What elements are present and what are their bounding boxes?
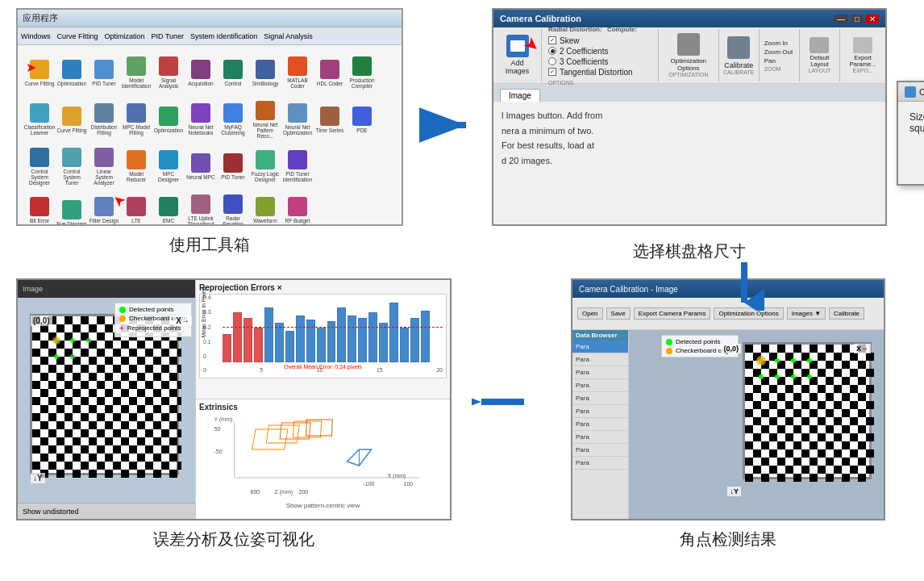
matlab-icon-item[interactable]: PDE: [347, 97, 377, 142]
bar-item[interactable]: [243, 318, 252, 362]
bar-item[interactable]: [285, 331, 294, 362]
matlab-icon-item[interactable]: Fuzzy Logic Designer: [250, 144, 281, 189]
sidebar-item-para-10[interactable]: Para: [572, 457, 628, 470]
bar-item[interactable]: [233, 312, 242, 362]
calib-minimize-btn[interactable]: —: [834, 15, 848, 23]
sidebar-item-para-3[interactable]: Para: [572, 366, 628, 379]
zoom-in-label[interactable]: Zoom In: [764, 40, 794, 47]
images-dropdown-btn[interactable]: Images ▼: [787, 307, 826, 320]
bar-item[interactable]: [275, 323, 284, 362]
sidebar-item-para-5[interactable]: Para: [572, 392, 628, 405]
calibrate-btn-corner[interactable]: Calibrate: [829, 307, 864, 320]
matlab-icon-item[interactable]: Neural Net Pattern Reco...: [250, 97, 281, 142]
export-camera-btn[interactable]: Export Camera Params: [634, 307, 711, 320]
bar-item[interactable]: [264, 307, 273, 362]
pan-label[interactable]: Pan: [764, 57, 794, 65]
matlab-icon-item[interactable]: Neural MPC: [185, 144, 216, 189]
sidebar-item-para-8[interactable]: Para: [572, 431, 628, 444]
coord-y-label: ↓Y: [31, 473, 45, 483]
default-layout-label[interactable]: Default Layout: [805, 55, 835, 69]
sidebar-item-para-1[interactable]: Para: [572, 341, 628, 353]
show-undistorted-btn[interactable]: Show undistorted: [18, 503, 195, 519]
bar-item[interactable]: [337, 307, 346, 362]
matlab-icon-item[interactable]: Radar Equation Calculator: [218, 190, 248, 226]
matlab-icon-item[interactable]: Bit Error Rate: [24, 190, 55, 226]
bar-item[interactable]: [389, 303, 398, 362]
calib-close-btn[interactable]: ✕: [866, 15, 879, 23]
optimization-label[interactable]: Optimization Options: [665, 58, 712, 73]
bar-item[interactable]: [368, 312, 377, 362]
bar-item[interactable]: [254, 328, 263, 362]
matlab-icon-item[interactable]: PID Tuner: [89, 50, 119, 95]
bar-item[interactable]: [379, 323, 388, 362]
matlab-icon-item[interactable]: MPC Model Fitting: [121, 97, 152, 142]
bar-item[interactable]: [317, 328, 326, 362]
matlab-icon-item[interactable]: MPC Designer: [153, 144, 184, 189]
bar-item[interactable]: [400, 328, 409, 362]
export-label[interactable]: Export Parame...: [845, 55, 880, 69]
matlab-icon-item[interactable]: Control: [218, 50, 248, 95]
matlab-icon-item[interactable]: Control System Designer: [24, 144, 55, 189]
sidebar-item-para-9[interactable]: Para: [572, 444, 628, 457]
top-row: 应用程序 Windows Curve Fitting Optimization …: [0, 0, 924, 274]
matlab-icon-item[interactable]: Acquisition: [185, 50, 216, 95]
calibrate-label[interactable]: Calibrate: [724, 61, 753, 69]
two-coeff-radio[interactable]: [548, 47, 556, 55]
zoom-out-label[interactable]: Zoom Out: [764, 48, 794, 56]
matlab-icon-item[interactable]: EMC Generator: [153, 190, 184, 226]
matlab-icon-item[interactable]: LTE Downlink: [121, 190, 152, 226]
matlab-icon-item[interactable]: PID Tuner Identification: [282, 144, 313, 189]
bar-item[interactable]: [348, 316, 356, 362]
matlab-icon-item[interactable]: Filter Design & Analysis: [89, 190, 119, 226]
matlab-icon-item[interactable]: Distribution Fitting: [89, 97, 119, 142]
matlab-icon-item[interactable]: LTE Uplink Throughout A...: [185, 190, 216, 226]
matlab-icon-item[interactable]: HDL Coder: [314, 50, 345, 95]
matlab-icon-item[interactable]: Neural Net Notebooks: [185, 97, 216, 142]
matlab-icon-item[interactable]: MyFAQ Clustering: [218, 97, 248, 142]
matlab-icon-item[interactable]: PID Tuner: [218, 144, 248, 189]
add-images-label[interactable]: Add Images: [500, 60, 535, 76]
matlab-icon-item[interactable]: Curve Fitting: [24, 50, 55, 95]
bar-item[interactable]: [296, 316, 305, 362]
matlab-icon-item[interactable]: Classification Learner: [24, 97, 55, 142]
matlab-icon-item[interactable]: Linear System Analyzer: [89, 144, 119, 189]
matlab-icon-item[interactable]: Model Identification: [121, 50, 152, 95]
matlab-icon-item[interactable]: RF Budget Analyzer: [282, 190, 313, 226]
matlab-icon-item[interactable]: Waveform Analyzer: [250, 190, 281, 226]
calib-maximize-btn[interactable]: □: [851, 15, 863, 23]
save-btn[interactable]: Save: [606, 307, 631, 320]
layout-icon: [810, 37, 829, 53]
bar-item[interactable]: [358, 318, 367, 362]
matlab-icon-item[interactable]: Optimization: [56, 50, 87, 95]
bar-item[interactable]: [421, 311, 430, 362]
three-coeff-radio[interactable]: [548, 57, 556, 65]
bar-item[interactable]: [306, 320, 315, 362]
matlab-icon-item[interactable]: Time Series: [314, 97, 345, 142]
svg-point-42: [756, 356, 766, 366]
reprojected-marker: +: [119, 324, 124, 332]
matlab-icon-item[interactable]: MATLAB Coder: [282, 50, 313, 95]
matlab-icon-item[interactable]: Curve Fitting: [56, 97, 87, 142]
show-pattern-btn[interactable]: Show pattern-centric view: [199, 502, 447, 509]
detected-dot: [119, 307, 126, 313]
bar-item[interactable]: [410, 318, 419, 362]
matlab-icon-item[interactable]: Model Reducer: [121, 144, 152, 189]
matlab-icon-item[interactable]: Control System Tuner: [56, 144, 87, 189]
tab-image[interactable]: Image: [500, 89, 540, 102]
open-btn[interactable]: Open: [577, 307, 603, 320]
sidebar-item-para-6[interactable]: Para: [572, 405, 628, 418]
matlab-icon-item[interactable]: Optimization: [153, 97, 184, 142]
sidebar-item-para-7[interactable]: Para: [572, 418, 628, 431]
skew-checkbox[interactable]: ✓: [548, 36, 556, 44]
bar-item[interactable]: [223, 334, 231, 362]
matlab-icon-item[interactable]: Production Compiler: [347, 50, 377, 95]
zoom-group: Zoom In Zoom Out Pan ZOOM: [760, 29, 800, 82]
sidebar-item-para-2[interactable]: Para: [572, 353, 628, 366]
sidebar-item-para-4[interactable]: Para: [572, 379, 628, 392]
tangential-checkbox[interactable]: ✓: [548, 68, 556, 76]
matlab-icon-item[interactable]: SimBiology: [250, 50, 281, 95]
matlab-icon-item[interactable]: Signal Analysis: [153, 50, 184, 95]
matlab-titlebar: 应用程序: [18, 10, 402, 27]
matlab-icon-item[interactable]: Eye Diagram: [56, 190, 87, 226]
matlab-icon-item[interactable]: Neural Net Optimization: [282, 97, 313, 142]
